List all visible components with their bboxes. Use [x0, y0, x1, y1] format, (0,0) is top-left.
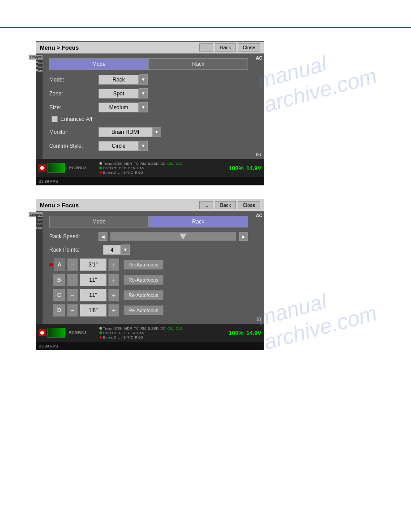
panel2-rack-a-minus[interactable]: − [67, 258, 78, 271]
panel1-monitor-value[interactable]: Brain HDMI [98, 127, 152, 137]
panel2-tab-rack[interactable]: Rack [149, 216, 248, 227]
panel1-content: Mode Rack Mode: Rack ▼ Zone: [43, 54, 255, 159]
panel2-rack-d-reautofocus[interactable]: Re-Autofocus [124, 305, 163, 315]
panel2-tab-mode[interactable]: Mode [49, 216, 149, 227]
panel1-monitor-label: Monitor: [49, 129, 98, 135]
panel1-status-icon [39, 164, 46, 172]
panel2-rack-row-d: D − 1'8" + Re-Autofocus [49, 304, 248, 317]
panel1-confirmstyle-label: Confirm Style: [49, 143, 98, 149]
panel2-rackpoints-arrow[interactable]: ▼ [121, 245, 130, 255]
panel1-status-row1: Temp:43/68 HDR TC RM S.SSD DC Ch1 Ch2 [99, 162, 182, 166]
panel1-monitor-arrow[interactable]: ▼ [152, 127, 161, 137]
panel2-rack-c-letter-wrap: C [49, 289, 65, 301]
panel2-rack-a-reautofocus[interactable]: Re-Autofocus [124, 260, 163, 270]
panel1-status-row2: Cal:T+/E OFF GEN LAN [99, 166, 182, 170]
panel1-dot2 [99, 167, 102, 169]
panel1-monitor-row: Monitor: Brain HDMI ▼ [49, 127, 248, 137]
panel2-rack-b-reautofocus[interactable]: Re-Autofocus [124, 275, 163, 285]
panel1-tab-rack[interactable]: Rack [149, 58, 248, 70]
panel1-tab-mode[interactable]: Mode [49, 58, 149, 70]
panel2-rack-c-reautofocus[interactable]: Re-Autofocus [124, 290, 163, 300]
panel1-enhanced-af-label: Enhanced A/F [60, 116, 94, 122]
panel2-rack-d-value: 1'8" [80, 304, 107, 317]
panel2-status-row3: Errors:0 L.I SYNC RNG [99, 335, 182, 339]
panel2-rack-c-plus[interactable]: + [108, 289, 119, 301]
panel2-content: Mode Rack Rack Speed: ◀ ▶ [43, 211, 255, 324]
panel2-slider-track[interactable] [110, 232, 236, 241]
panel2-title: Menu > Focus [40, 202, 79, 209]
panel1-mode-arrow[interactable]: ▼ [139, 74, 148, 85]
panel1-status-dots: Temp:43/68 HDR TC RM S.SSD DC Ch1 Ch2 Ca… [99, 162, 182, 175]
panel2-side-nums: AC 18 [255, 211, 264, 324]
panel2-slider-left-arrow[interactable]: ◀ [98, 232, 107, 241]
panel2-rack-b-value: 11" [80, 274, 107, 286]
panel1-size-arrow[interactable]: ▼ [139, 102, 148, 112]
panel1-confirmstyle-row: Confirm Style: Circle ▼ [49, 141, 248, 151]
panel2-rack-d-minus[interactable]: − [67, 304, 78, 317]
panel2-rack-d-plus[interactable]: + [108, 304, 119, 317]
panel1-size-value[interactable]: Medium [98, 103, 139, 112]
panel2-rack-a-letter[interactable]: A [54, 258, 65, 271]
panel2-rackpoints-row: Rack Points: 4 ▼ [49, 245, 248, 255]
panel1-mode-row: Mode: Rack ▼ [49, 74, 248, 85]
panel1-close-button[interactable]: Close [238, 43, 260, 51]
panel2-back-button[interactable]: Back [215, 201, 235, 209]
panel2-page-num: 18 [256, 317, 262, 322]
panel1-wrapper: Menu > Focus ... Back Close Length:10m F… [36, 41, 264, 185]
panel1-zone-row: Zone: Spot ▼ [49, 88, 248, 99]
panel1-status-row3: Errors:0 L.I SYNC RNG [99, 171, 182, 175]
panel2-rack-c-minus[interactable]: − [67, 289, 78, 301]
panel2-percent: 100% [229, 330, 244, 336]
panel2-fps: 23.98 FPS [39, 344, 58, 348]
panel1-confirmstyle-value[interactable]: Circle [98, 141, 139, 151]
panel2-rackpoints-value[interactable]: 4 [103, 245, 121, 255]
panel2-close-button[interactable]: Close [238, 201, 260, 209]
panel2-ellipsis-button[interactable]: ... [199, 201, 213, 209]
panel2-status-right: 100% 14.9V [229, 330, 261, 336]
panel2-slider-row: ◀ ▶ [98, 232, 248, 241]
panel2: Menu > Focus ... Back Close Length:10m F… [36, 199, 264, 350]
panel1-ac-label: AC [256, 56, 262, 60]
panel2-rackspeed-label: Rack Speed: [49, 233, 98, 240]
panel2-rack-b-minus[interactable]: − [67, 274, 78, 286]
panel1-titlebar: Menu > Focus ... Back Close [36, 42, 264, 54]
panel2-waveform [47, 328, 65, 338]
panel2-rack-a-dot [49, 263, 53, 266]
panel2-rack-b-plus[interactable]: + [108, 274, 119, 286]
panel2-rackpoints-dropdown: 4 ▼ [103, 245, 130, 255]
watermark: manualarchive.com [255, 39, 379, 117]
panel1-statusbar: RC3/RG3 Temp:43/68 HDR TC RM S.SSD DC Ch… [36, 159, 264, 177]
panel2-wrapper: Menu > Focus ... Back Close Length:10m F… [36, 199, 264, 350]
panel1-zone-label: Zone: [49, 90, 98, 97]
panel2-fps-bar: 23.98 FPS [36, 342, 264, 350]
panel2-titlebar: Menu > Focus ... Back Close [36, 199, 264, 211]
panel1-back-button[interactable]: Back [215, 43, 235, 51]
top-divider [0, 27, 411, 28]
panel1-enhanced-af-row: Enhanced A/F [51, 116, 248, 122]
panel1-sidebar-text3: Frac [36, 69, 43, 73]
panel2-slider-right-arrow[interactable]: ▶ [239, 232, 248, 241]
panel2-rack-a-letter-wrap: A [49, 258, 65, 271]
panel1-waveform [47, 163, 65, 173]
panel2-rack-c-value: 11" [80, 289, 107, 301]
panel2-status-row1: Temp:43/69 HDR TC RM S.SSD DC Ch1 Ch2 [99, 326, 182, 330]
panel1-confirmstyle-arrow[interactable]: ▼ [139, 141, 148, 151]
panel1-sidebar-content: Length:10m Focs Foca Frac Mode Rack [36, 54, 264, 159]
panel1-enhanced-af-checkbox[interactable] [51, 116, 58, 122]
panel2-rack-c-letter[interactable]: C [53, 289, 65, 301]
panel1-zone-arrow[interactable]: ▼ [139, 88, 148, 99]
watermark2: manualarchive.com [255, 277, 379, 354]
panel1-mode-label: Mode: [49, 77, 98, 83]
panel1-mode-value[interactable]: Rack [98, 75, 139, 85]
panel2-rack-a-plus[interactable]: + [108, 258, 119, 271]
panel2-rack-a-value: 3'1" [80, 258, 107, 271]
panel1-zone-value[interactable]: Spot [98, 89, 139, 99]
panel1-status-right: 100% 14.9V [229, 165, 261, 172]
panel2-rack-d-letter[interactable]: D [53, 304, 65, 317]
panel2-rack-b-letter[interactable]: B [53, 274, 65, 286]
panel1-ellipsis-button[interactable]: ... [199, 43, 213, 51]
panel1-status-left-section [39, 163, 65, 173]
panel1-codec: RC3/RG3 [69, 166, 96, 170]
panel2-sidebar-content: Length:10m Focs Foca Frac Mode Rack [36, 211, 264, 324]
panel1-size-row: Size: Medium ▼ [49, 102, 248, 112]
